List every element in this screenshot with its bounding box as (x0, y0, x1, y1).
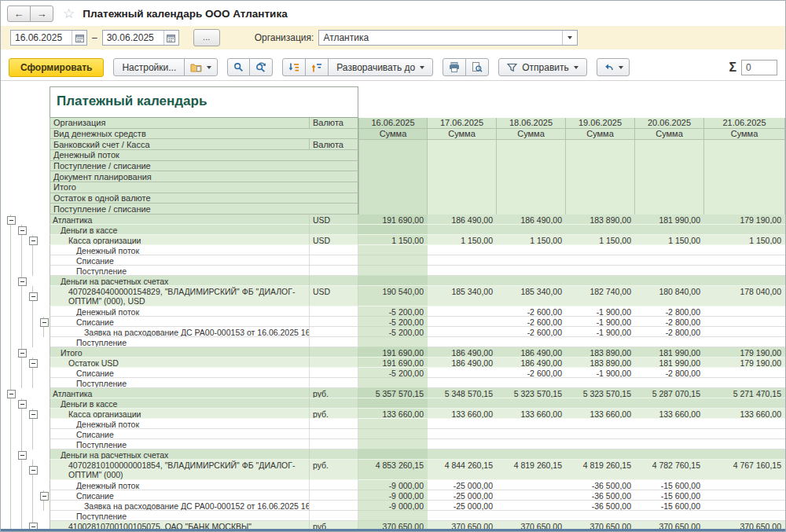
row-name-cell[interactable]: Списание (50, 255, 310, 266)
amount-cell[interactable] (497, 225, 566, 235)
amount-cell[interactable] (358, 419, 428, 429)
amount-cell[interactable] (566, 276, 635, 286)
header-label-cell[interactable]: Организация (50, 118, 309, 128)
amount-cell[interactable]: -36 500,00 (566, 480, 635, 490)
generate-button[interactable]: Сформировать (9, 58, 104, 77)
amount-cell[interactable]: -15 600,00 (635, 501, 704, 511)
sum-header-cell[interactable]: Сумма (635, 129, 704, 140)
row-currency-cell[interactable] (310, 501, 358, 511)
header-label-cell[interactable]: Поступление / списание (50, 161, 358, 171)
row-name-cell[interactable]: Поступление (50, 511, 310, 521)
amount-cell[interactable]: 133 660,00 (358, 409, 428, 419)
row-currency-cell[interactable]: USD (310, 215, 358, 225)
amount-cell[interactable] (635, 337, 704, 347)
amount-cell[interactable]: 4 853 260,15 (358, 460, 428, 480)
amount-cell[interactable] (704, 511, 785, 521)
row-name-cell[interactable]: Списание (50, 368, 310, 378)
amount-cell[interactable] (497, 449, 566, 460)
amount-cell[interactable] (704, 378, 785, 388)
organization-combo[interactable]: Атлантика (318, 30, 578, 46)
date-header-cell[interactable]: 21.06.2025 (704, 118, 785, 129)
row-currency-cell[interactable]: руб. (310, 409, 358, 419)
row-name-cell[interactable]: Деньги в кассе (50, 225, 310, 235)
amount-cell[interactable] (704, 327, 785, 337)
sum-header-cell[interactable]: Сумма (358, 129, 428, 140)
row-currency-cell[interactable] (310, 337, 358, 347)
row-name-cell[interactable]: Заявка на расходование ДС РА00-000152 от… (50, 501, 310, 511)
amount-cell[interactable]: 1 150,00 (358, 235, 428, 245)
amount-cell[interactable]: 185 340,00 (497, 286, 566, 306)
amount-cell[interactable] (635, 398, 704, 409)
amount-cell[interactable] (497, 245, 566, 255)
amount-cell[interactable] (358, 276, 428, 286)
row-currency-cell[interactable] (310, 347, 358, 358)
amount-cell[interactable] (497, 439, 566, 449)
amount-cell[interactable] (428, 337, 497, 347)
row-currency-cell[interactable]: USD (310, 235, 358, 245)
amount-cell[interactable] (358, 511, 428, 521)
amount-cell[interactable] (428, 245, 497, 255)
collapse-toggle-icon[interactable] (18, 349, 27, 358)
print-button[interactable] (443, 58, 466, 76)
header-label-cell[interactable]: Поступление / списание (50, 204, 358, 214)
amount-cell[interactable] (428, 511, 497, 521)
row-name-cell[interactable]: 40702840400000154829, "ВЛАДИМИРСКИЙ" ФБ … (50, 286, 310, 306)
row-currency-cell[interactable] (310, 511, 358, 521)
collapse-toggle-icon[interactable] (29, 466, 38, 475)
row-name-cell[interactable]: Денежный поток (50, 419, 310, 429)
amount-cell[interactable] (635, 255, 704, 266)
amount-cell[interactable]: -25 000,00 (428, 490, 497, 501)
amount-cell[interactable] (704, 337, 785, 347)
amount-cell[interactable]: 191 690,00 (358, 358, 428, 368)
search-next-button[interactable] (249, 58, 273, 76)
header-label-cell[interactable]: Итого (50, 182, 358, 193)
amount-cell[interactable] (635, 419, 704, 429)
amount-cell[interactable]: 182 740,00 (566, 286, 635, 306)
row-name-cell[interactable]: Атлантика (50, 388, 310, 398)
amount-cell[interactable] (497, 266, 566, 276)
row-name-cell[interactable]: Касса организации (50, 235, 310, 245)
amount-cell[interactable] (566, 245, 635, 255)
amount-cell[interactable]: -2 800,00 (635, 306, 704, 317)
favorite-star-icon[interactable]: ☆ (63, 7, 75, 20)
amount-cell[interactable] (358, 225, 428, 235)
collapse-toggle-icon[interactable] (7, 216, 16, 225)
report-title-cell[interactable]: Платежный календарь (50, 86, 358, 118)
row-name-cell[interactable]: Атлантика (50, 215, 310, 225)
collapse-toggle-icon[interactable] (29, 359, 38, 368)
amount-cell[interactable]: 191 690,00 (358, 215, 428, 225)
date-from-input[interactable]: 16.06.2025 (10, 30, 87, 46)
amount-cell[interactable] (566, 225, 635, 235)
collapse-toggle-icon[interactable] (40, 318, 49, 327)
amount-cell[interactable]: -2 600,00 (497, 317, 566, 327)
amount-cell[interactable]: -2 600,00 (497, 368, 566, 378)
row-currency-cell[interactable] (310, 368, 358, 378)
amount-cell[interactable]: -36 500,00 (566, 490, 635, 501)
expand-to-button[interactable]: Разворачивать до (328, 58, 433, 76)
row-name-cell[interactable]: Итого (50, 347, 310, 358)
row-currency-cell[interactable] (310, 429, 358, 439)
organization-value[interactable]: Атлантика (319, 32, 562, 43)
amount-cell[interactable]: 133 660,00 (566, 409, 635, 419)
collapse-toggle-icon[interactable] (18, 451, 27, 460)
header-label-cell[interactable]: Документ планирования (50, 171, 358, 182)
row-currency-cell[interactable] (310, 317, 358, 327)
row-currency-cell[interactable] (310, 255, 358, 266)
row-name-cell[interactable]: Деньги на расчетных счетах (50, 276, 310, 286)
amount-cell[interactable]: 190 540,00 (358, 286, 428, 306)
amount-cell[interactable] (428, 398, 497, 409)
amount-cell[interactable]: -2 800,00 (635, 327, 704, 337)
search-button[interactable] (227, 58, 250, 76)
amount-cell[interactable] (704, 225, 785, 235)
amount-cell[interactable] (566, 511, 635, 521)
amount-cell[interactable] (566, 337, 635, 347)
amount-cell[interactable]: 183 890,00 (566, 347, 635, 358)
amount-cell[interactable]: -9 000,00 (358, 490, 428, 501)
print-preview-button[interactable] (465, 58, 489, 76)
amount-cell[interactable]: -2 600,00 (497, 306, 566, 317)
amount-cell[interactable] (704, 429, 785, 439)
amount-cell[interactable] (428, 317, 497, 327)
row-name-cell[interactable]: Деньги в кассе (50, 398, 310, 409)
row-currency-cell[interactable] (310, 225, 358, 235)
amount-cell[interactable] (635, 511, 704, 521)
